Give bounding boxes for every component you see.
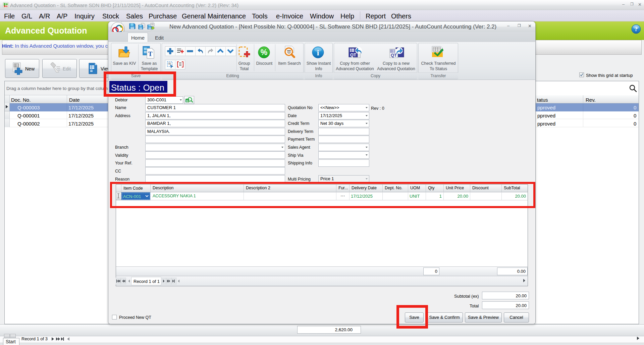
- svg-text:QT: QT: [391, 53, 397, 58]
- svg-text:T: T: [148, 50, 153, 57]
- svg-text:QT: QT: [350, 52, 356, 57]
- svg-text:?: ?: [635, 26, 638, 33]
- svg-text:%: %: [261, 48, 267, 57]
- svg-text:i: i: [317, 48, 319, 57]
